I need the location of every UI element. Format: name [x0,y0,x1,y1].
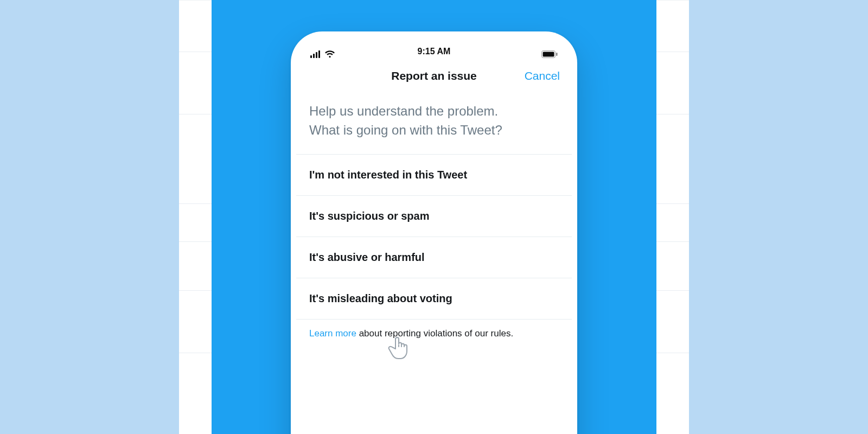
option-not-interested[interactable]: I'm not interested in this Tweet [296,155,572,196]
prompt-line: Help us understand the problem. [309,104,498,118]
nav-bar: Report an issue Cancel [296,61,572,91]
prompt-text: Help us understand the problem. What is … [296,91,572,154]
cancel-button[interactable]: Cancel [525,69,560,82]
learn-more-text: about reporting violations of our rules. [356,328,513,339]
learn-more-link[interactable]: Learn more [309,328,356,339]
option-label: I'm not interested in this Tweet [309,169,467,181]
prompt-line: What is going on with this Tweet? [309,123,502,137]
phone-screen: 9:15 AM Report an issue Cancel Help [296,37,572,434]
status-time: 9:15 AM [296,47,572,56]
phone-frame: 9:15 AM Report an issue Cancel Help [291,31,577,434]
option-suspicious-spam[interactable]: It's suspicious or spam [296,196,572,237]
learn-more-footer: Learn more about reporting violations of… [296,320,572,348]
page-title: Report an issue [391,69,477,82]
option-misleading-voting[interactable]: It's misleading about voting [296,278,572,320]
stage: 9:15 AM Report an issue Cancel Help [212,0,656,434]
ios-status-bar: 9:15 AM [296,37,572,61]
option-abusive-harmful[interactable]: It's abusive or harmful [296,237,572,278]
option-label: It's abusive or harmful [309,251,425,263]
report-options: I'm not interested in this Tweet It's su… [296,154,572,320]
option-label: It's suspicious or spam [309,210,429,222]
option-label: It's misleading about voting [309,292,452,304]
